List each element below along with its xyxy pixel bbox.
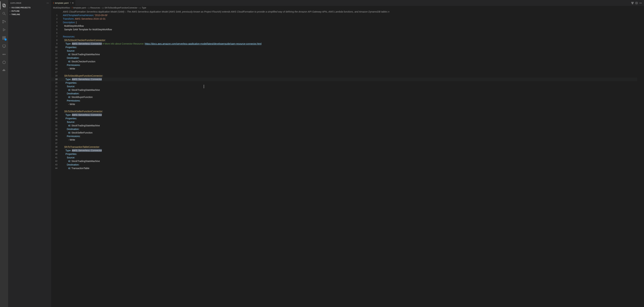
code-line[interactable]: 17 [51, 70, 644, 74]
code-line[interactable]: 43 Destination: [51, 163, 644, 166]
code-line[interactable]: 5 Sample SAM Template for MultiStepWorkf… [51, 28, 644, 31]
line-number: 7 [51, 35, 58, 38]
text-cursor [204, 85, 204, 88]
svg-point-4 [3, 20, 4, 21]
code-line[interactable]: 1AWSTemplateFormatVersion: '2010-09-09' [51, 14, 644, 17]
line-number: 23 [51, 92, 58, 96]
code-line[interactable]: 16 - Write [51, 67, 644, 70]
line-number: 26 [51, 102, 58, 106]
sidebar-section-timeline[interactable]: › TIMELINE [8, 13, 51, 16]
breadcrumb-segment[interactable]: MultiStepWorkflow [53, 6, 70, 9]
code-line[interactable]: 21 Source: [51, 85, 644, 88]
split-editor-icon[interactable] [635, 2, 638, 4]
chevron-right-icon: › [86, 6, 87, 9]
line-number: 14 [51, 60, 58, 63]
code-line[interactable]: 18 SfnToStockBuyerFunctionConnector: [51, 74, 644, 78]
code-line[interactable]: 2Transform: AWS::Serverless-2016-10-31 [51, 17, 644, 21]
code-line[interactable]: 10 Properties: [51, 46, 644, 49]
code-line[interactable]: 39 Type: AWS::Serverless::Connector [51, 149, 644, 152]
line-number: 42 [51, 160, 58, 163]
code-line[interactable]: 23 Destination: [51, 92, 644, 96]
code-line[interactable]: 38 SfnToTransactionTableConnector: [51, 145, 644, 149]
object-icon: { } [88, 7, 90, 9]
svg-rect-20 [632, 3, 633, 4]
code-line[interactable]: 25 Permissions: [51, 99, 644, 102]
code-line[interactable]: 20 Properties: [51, 81, 644, 85]
code-line[interactable]: 28 SfnToStockSellerFunctionConnector: [51, 110, 644, 113]
more-actions-icon[interactable] [639, 2, 642, 4]
code-line[interactable]: 14 Id: StockCheckerFunction [51, 60, 644, 63]
code-editor[interactable]: AWS CloudFormation Serverless Applicatio… [51, 10, 644, 307]
line-number: 36 [51, 138, 58, 142]
code-line[interactable]: 19 Type: AWS::Serverless::Connector [51, 78, 644, 81]
close-icon[interactable]: × [72, 2, 74, 4]
line-number: 28 [51, 110, 58, 113]
code-line[interactable]: 8 SfnToStockCheckerFunctionConnector: [51, 38, 644, 42]
source-control-view-icon[interactable] [0, 18, 8, 26]
line-number: 8 [51, 38, 58, 42]
code-line[interactable]: 44 Id: TransactionTable [51, 166, 644, 170]
line-number: 11 [51, 49, 58, 53]
code-line[interactable]: 11 Source: [51, 49, 644, 53]
line-number: 37 [51, 142, 58, 145]
code-line[interactable]: 32 Id: StockTradingStateMachine [51, 124, 644, 128]
code-line[interactable]: 31 Source: [51, 120, 644, 124]
explorer-sidebar: EXPLORER ⋯ › VS-CODE-PROJECTS › OUTLINE … [8, 0, 51, 307]
code-line[interactable]: 15 Permissions: [51, 63, 644, 67]
code-line[interactable]: 24 Id: StockBuyerFunction [51, 96, 644, 99]
line-number: 3 [51, 21, 58, 24]
line-number: 12 [51, 53, 58, 56]
docker-view-icon[interactable] [0, 66, 8, 74]
sidebar-more-icon[interactable]: ⋯ [46, 2, 49, 4]
hexagon-view-icon[interactable] [0, 58, 8, 66]
render-workflow-icon[interactable] [631, 2, 634, 4]
line-number: 43 [51, 163, 58, 166]
explorer-view-icon[interactable] [0, 1, 8, 10]
code-line[interactable]: 30 Properties: [51, 117, 644, 120]
search-view-icon[interactable] [0, 10, 8, 18]
code-line[interactable]: 41 Source: [51, 156, 644, 160]
code-line[interactable]: 34 Id: StockSellerFunction [51, 131, 644, 134]
aws-view-icon[interactable]: aws [0, 50, 8, 58]
code-line[interactable]: 36 - Write [51, 138, 644, 142]
code-line[interactable]: 6 [51, 31, 644, 35]
breadcrumb-segment[interactable]: ▭Type [139, 6, 146, 9]
line-number: 1 [51, 14, 58, 17]
run-debug-view-icon[interactable] [0, 26, 8, 34]
code-line[interactable]: 3Description: | [51, 21, 644, 24]
svg-line-3 [4, 14, 6, 15]
code-line[interactable]: 35 Permissions: [51, 134, 644, 138]
code-line[interactable]: 26 - Write [51, 102, 644, 106]
code-line[interactable]: 9 Type: AWS::Serverless::Connector # Mor… [51, 42, 644, 46]
svg-point-2 [3, 12, 5, 14]
sidebar-section-label: TIMELINE [11, 14, 20, 16]
sidebar-section-outline[interactable]: › OUTLINE [8, 9, 51, 13]
breadcrumb-segment[interactable]: !template.yaml [72, 6, 86, 9]
code-line[interactable]: 40 Properties: [51, 152, 644, 156]
svg-rect-8 [2, 36, 4, 38]
code-line[interactable]: 37 [51, 142, 644, 145]
code-line[interactable]: 13 Destination: [51, 56, 644, 60]
chevron-right-icon: › [70, 6, 71, 9]
line-number: 17 [51, 70, 58, 74]
editor-tab[interactable]: ! template.yaml 7 × [51, 0, 76, 6]
code-line[interactable]: 29 Type: AWS::Serverless::Connector [51, 113, 644, 117]
svg-rect-14 [3, 70, 4, 71]
breadcrumb-segment[interactable]: { }SfnToStockBuyerFunctionConnector [102, 6, 138, 9]
line-number: 27 [51, 106, 58, 110]
code-line[interactable]: 42 Id: StockTradingStateMachine [51, 160, 644, 163]
code-line[interactable]: 12 Id: StockTradingStateMachine [51, 53, 644, 56]
line-number: 40 [51, 152, 58, 156]
sidebar-section-projects[interactable]: › VS-CODE-PROJECTS [8, 6, 51, 9]
breadcrumb[interactable]: MultiStepWorkflow › !template.yaml › { }… [51, 6, 644, 10]
code-line[interactable]: 22 Id: StockTradingStateMachine [51, 88, 644, 92]
code-line[interactable]: 7Resources: [51, 35, 644, 38]
line-number: 16 [51, 67, 58, 70]
code-line[interactable]: 33 Destination: [51, 128, 644, 131]
minimap[interactable] [637, 10, 644, 307]
breadcrumb-segment[interactable]: { }Resources [88, 6, 100, 9]
remote-view-icon[interactable] [0, 42, 8, 50]
extensions-view-icon[interactable]: 1 [0, 34, 8, 42]
code-line[interactable]: 27 [51, 106, 644, 110]
code-line[interactable]: 4 MultiStepWorkflow [51, 24, 644, 28]
